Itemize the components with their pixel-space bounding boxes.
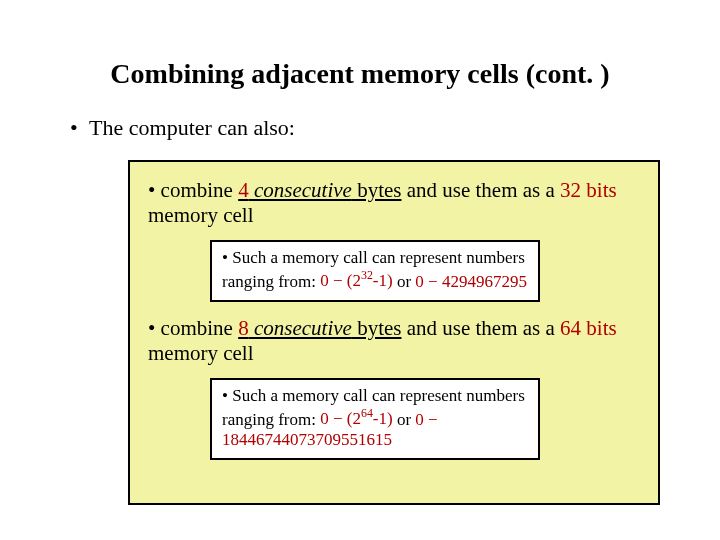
text: bytes [352, 316, 402, 340]
lead-line: • The computer can also: [70, 115, 295, 141]
bullet-icon: • [70, 115, 84, 141]
list-item: • combine 8 consecutive bytes and use th… [148, 316, 640, 366]
bullet-icon: • [148, 316, 155, 340]
slide-title: Combining adjacent memory cells (cont. ) [0, 58, 720, 90]
text: memory cell [148, 203, 254, 227]
range-text: 0 − (2 [320, 271, 361, 290]
text: consecutive [249, 178, 352, 202]
bullet-icon: • [148, 178, 155, 202]
range-text: 0 − (2 [320, 409, 361, 428]
bullet-icon: • [222, 386, 228, 405]
range-text: 0 − 4294967295 [415, 271, 527, 290]
bits-value: 64 bits [560, 316, 617, 340]
exponent: 32 [361, 269, 373, 283]
text: or [393, 271, 416, 290]
bits-value: 32 bits [560, 178, 617, 202]
text: memory cell [148, 341, 254, 365]
lead-text: The computer can also: [89, 115, 295, 140]
sub-box: • Such a memory call can represent numbe… [210, 378, 540, 460]
text: consecutive [249, 316, 352, 340]
slide: Combining adjacent memory cells (cont. )… [0, 0, 720, 540]
text: and use them as a [401, 316, 560, 340]
range-text: -1) [373, 271, 393, 290]
range-text: -1) [373, 409, 393, 428]
text: bytes [352, 178, 402, 202]
list-item: • combine 4 consecutive bytes and use th… [148, 178, 640, 228]
text: combine [161, 178, 239, 202]
text: and use them as a [401, 178, 560, 202]
text: or [393, 409, 416, 428]
content-box: • combine 4 consecutive bytes and use th… [128, 160, 660, 505]
count-value: 8 [238, 316, 249, 340]
text: combine [161, 316, 239, 340]
sub-box: • Such a memory call can represent numbe… [210, 240, 540, 301]
count-value: 4 [238, 178, 249, 202]
bullet-icon: • [222, 248, 228, 267]
exponent: 64 [361, 407, 373, 421]
